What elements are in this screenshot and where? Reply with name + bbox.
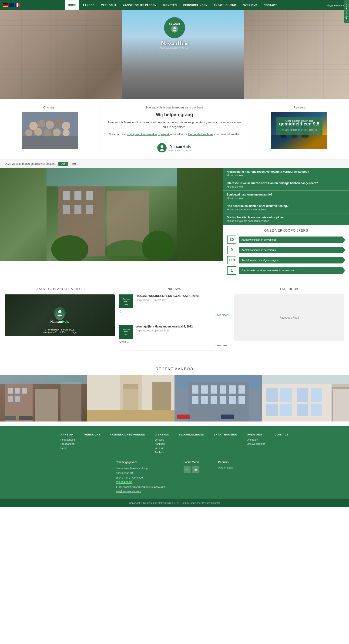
svg-rect-61: [5, 416, 16, 420]
svg-rect-53: [35, 389, 58, 422]
footer-verhuur[interactable]: Verhuur: [155, 447, 170, 450]
svg-rect-96: [310, 388, 322, 402]
footer-werkgebied[interactable]: Ons werkgebied: [247, 442, 266, 445]
footer-verkoop[interactable]: Verkoop: [155, 438, 170, 441]
news-2-more[interactable]: Lees meer...: [119, 344, 230, 347]
news-thumb-1: Nassau Huis NVM: [119, 294, 133, 308]
nav-diensten[interactable]: DIENSTEN: [160, 0, 180, 10]
footer-beoordelingen-title: BEOORDELINGEN: [179, 433, 204, 436]
nav-contact[interactable]: CONTACT: [260, 0, 280, 10]
news-2-date: Geplaatst op: 12 januari 2023: [136, 329, 193, 332]
news-item-2-header: Nassau Huis NVM Woningcijfers Haaglanden…: [119, 325, 230, 339]
footer-nav: AANBOD Koopaanbod Huuraanbod Regio VERKO…: [9, 433, 340, 455]
nav-verkocht[interactable]: VERKOCHT: [98, 0, 120, 10]
news-2-excerpt: Groter....: [119, 340, 230, 343]
hero-right-building: [244, 10, 349, 99]
help-text-2: Vraag om een vrijblijvend kennismakingsg…: [107, 132, 242, 136]
nav-beoordelingen[interactable]: BEOORDELINGEN: [180, 0, 211, 10]
svg-rect-98: [280, 404, 292, 416]
aanbod-grid: [0, 375, 349, 422]
mid-link-4[interactable]: Hoe beoordelen klanten onze dienstverlen…: [223, 202, 349, 214]
linkedin-icon[interactable]: in: [192, 466, 200, 473]
mid-link-2[interactable]: Interesse in welke huizen onze klanten o…: [223, 179, 349, 190]
svg-rect-78: [220, 386, 226, 394]
nav-expat-housing[interactable]: EXPAT HOUSING: [210, 0, 240, 10]
svg-point-10: [53, 128, 61, 136]
footer-koopaanbod[interactable]: Koopaanbod: [60, 438, 75, 441]
svg-text:Nassau: Nassau: [123, 328, 130, 330]
aanbod-item-3[interactable]: [174, 375, 262, 422]
footer-contact-col: Contactgegevens NassauHuis Makelaardij o…: [116, 460, 165, 494]
footer-aanhuur[interactable]: Aanhuur: [155, 451, 170, 454]
footer-regio[interactable]: Regio: [60, 447, 75, 450]
footer-contact-details: NassauHuis Makelaardij o.g. Nassaulaan 1…: [116, 466, 165, 494]
nav-home[interactable]: HOME: [65, 0, 79, 10]
nav-aangekochte-panden[interactable]: AANGEKOCHTE PANDEN: [120, 0, 160, 10]
svg-rect-76: [201, 386, 208, 394]
nav-over-ons[interactable]: OVER ONS: [240, 0, 260, 10]
copyright-text: Copyright © NassauHuis Makelaardij o.g. …: [129, 502, 220, 504]
recent-aanbod-title: RECENT AANBOD: [0, 367, 349, 371]
reviews-image: Onze klanten geven ons gemiddeld een 9,5…: [271, 112, 327, 149]
flag-french[interactable]: [15, 3, 20, 7]
svg-point-6: [62, 122, 70, 130]
mijn-favorieten[interactable]: Mijn favorieten: [344, 0, 349, 23]
aanbod-item-4[interactable]: [262, 375, 349, 422]
svg-point-41: [58, 310, 62, 313]
svg-rect-75: [192, 386, 198, 394]
footer-aankoop[interactable]: Aankoop: [155, 442, 170, 445]
vc-label-1: Aantal woningen in de verkoop: [239, 236, 345, 243]
reviews-title: Reviews: [254, 106, 344, 109]
svg-rect-15: [271, 135, 327, 149]
cookie-ok-button[interactable]: Oké: [58, 162, 68, 166]
svg-rect-80: [238, 386, 245, 394]
footer-col-aanbod: AANBOD Koopaanbod Huuraanbod Regio: [60, 433, 75, 455]
nav-aanbod[interactable]: AANBOD: [79, 0, 98, 10]
svg-rect-55: [8, 388, 13, 394]
video-text: 2 APARTMENTS FOR SALENassauplein 11b & 1…: [5, 328, 115, 334]
footer-aangekochte-title: AANGEKOCHTE PANDEN: [110, 433, 146, 436]
footer-contact-title: CONTACT: [274, 433, 288, 436]
mid-link-3[interactable]: Benieuwd naar onze meerwaarde? Klik op d…: [223, 190, 349, 202]
aanbod-item-2[interactable]: [87, 375, 174, 422]
kennismaking-link[interactable]: vrijblijvend kennismakingsgesprek: [127, 133, 170, 136]
facebook-icon[interactable]: f: [184, 466, 190, 473]
footer-email[interactable]: info@nassauhuis.com: [116, 490, 141, 493]
svg-rect-84: [220, 396, 226, 404]
mid-link-1[interactable]: Nieuwsgierig naar ons recent verkochte &…: [223, 168, 349, 179]
footer-partners-col: Partners Partner logos: [218, 460, 233, 494]
svg-point-5: [54, 119, 62, 126]
news-item-2: Nassau Huis NVM Woningcijfers Haaglanden…: [119, 325, 230, 351]
help-text: NassauHuis Makelaardij og is een vertrou…: [107, 120, 242, 130]
vc-item-2: 0 Aantal woningen in de verhuur: [227, 246, 345, 254]
svg-point-3: [38, 120, 45, 127]
footer-col-contact: CONTACT: [274, 433, 288, 455]
footer-expat-title: EXPAT HOUSING: [214, 433, 237, 436]
cookie-text: Deze website maakt gebruik van cookies.: [5, 162, 56, 166]
flag-german[interactable]: [3, 3, 8, 7]
aanbod-item-1[interactable]: [0, 375, 87, 422]
mid-link-5[interactable]: Gratis checklist Maak uw huis verkoopkla…: [223, 214, 349, 225]
vnf-section: LAATST GEPLAATSTE VIDEO'S 2 APARTMENTS F…: [0, 280, 349, 362]
svg-rect-97: [266, 404, 278, 416]
svg-rect-31: [63, 191, 70, 200]
flag-english[interactable]: [9, 3, 14, 7]
video-thumbnail[interactable]: 2 APARTMENTS FOR SALENassauplein 11b & 1…: [5, 294, 115, 336]
social-icons: f in: [184, 466, 200, 473]
news-1-title: HAAGSE WONINGCIJFERS KWARTAAL 1, 2023: [136, 294, 198, 298]
cookie-info-button[interactable]: info: [70, 162, 79, 166]
brochure-link[interactable]: Corporate Brochure: [188, 133, 213, 136]
svg-rect-12: [22, 136, 78, 149]
footer-over-ons-title: OVER ONS: [247, 433, 266, 436]
hero-logo-name: NassauHuis: [161, 40, 188, 46]
language-flags: [0, 3, 23, 7]
help-title: Wij helpen graag: [107, 112, 242, 117]
svg-rect-36: [86, 205, 93, 214]
svg-text:Huis: Huis: [124, 300, 129, 302]
footer-huuraanbod[interactable]: Huuraanbod: [60, 442, 75, 445]
svg-rect-79: [229, 386, 236, 394]
footer-phone[interactable]: 070 324 50 50: [116, 481, 132, 484]
footer-ons-team[interactable]: Ons team: [247, 438, 266, 441]
news-1-more[interactable]: Lees meer...: [119, 314, 230, 316]
news-title: NIEUWS: [119, 287, 230, 291]
